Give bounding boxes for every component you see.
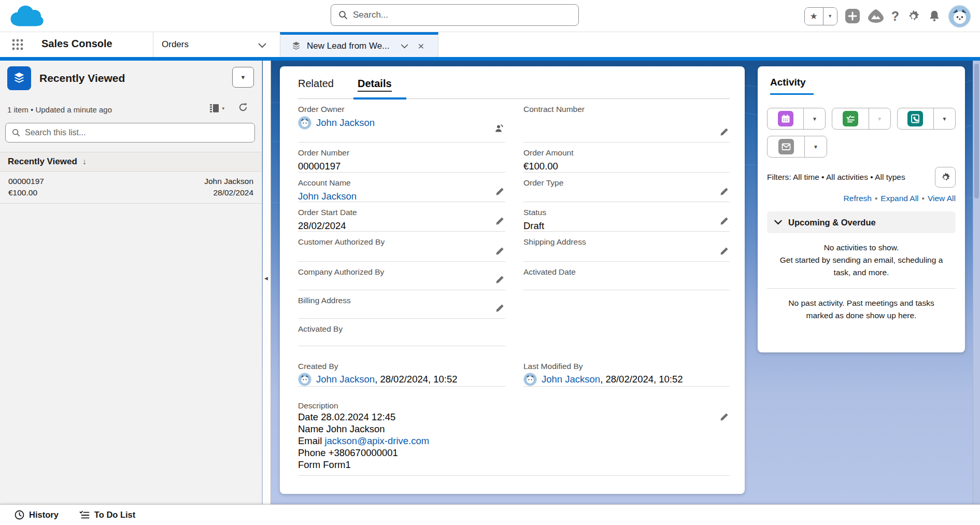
field-label: Status <box>523 207 730 218</box>
utility-bar: History To Do List <box>0 504 980 525</box>
list-section-header[interactable]: Recently Viewed ↓ <box>0 152 262 172</box>
tab-related[interactable]: Related <box>298 78 334 90</box>
global-search[interactable] <box>331 4 579 26</box>
refresh-link[interactable]: Refresh <box>844 194 872 203</box>
activity-links: Refresh•Expand All•View All <box>767 194 956 203</box>
system-info-section: Created By John Jackson , 28/02/2024, 10… <box>298 361 730 476</box>
field-shipping-address: Shipping Address <box>523 232 730 262</box>
favorites-dropdown-icon[interactable]: ▼ <box>823 8 837 25</box>
last-modified-by-link[interactable]: John Jackson <box>542 373 600 386</box>
email-button[interactable] <box>768 136 805 157</box>
created-by-link[interactable]: John Jackson <box>316 373 375 386</box>
edit-icon[interactable] <box>720 217 729 228</box>
order-owner-link[interactable]: John Jackson <box>316 116 375 130</box>
edit-icon[interactable] <box>495 304 504 315</box>
global-search-input[interactable] <box>353 10 550 20</box>
edit-icon[interactable] <box>720 247 729 258</box>
salesforce-logo-icon[interactable] <box>7 3 48 33</box>
field-status: Status Draft <box>523 202 730 232</box>
filters-summary[interactable]: Filters: All time • All activities • All… <box>767 173 905 182</box>
global-header: ★ ▼ ? <box>0 0 980 32</box>
item-order-number[interactable]: 00000197 <box>8 176 44 187</box>
edit-icon[interactable] <box>495 187 504 198</box>
utility-todo-list[interactable]: To Do List <box>79 510 135 520</box>
workspace-tab-new-lead[interactable]: New Lead from We... × <box>280 32 438 57</box>
field-label: Billing Address <box>298 295 505 306</box>
activity-title: Activity <box>770 77 806 88</box>
sort-descending-icon: ↓ <box>82 157 87 166</box>
new-event-button[interactable] <box>768 108 804 129</box>
nav-divider <box>153 32 153 57</box>
collapse-arrow-icon: ◀ <box>264 276 268 281</box>
list-search[interactable] <box>5 123 255 143</box>
page-scrollbar[interactable] <box>973 61 980 504</box>
app-launcher-icon[interactable] <box>11 38 24 53</box>
filters-gear-button[interactable] <box>935 167 956 188</box>
setup-gear-icon[interactable] <box>906 9 920 23</box>
item-date: 28/02/2024 <box>213 187 253 198</box>
log-call-dropdown-icon[interactable]: ▼ <box>934 108 955 129</box>
scrollbar-thumb[interactable] <box>974 64 979 198</box>
todo-list-icon <box>79 510 90 520</box>
brand-underline <box>0 57 980 61</box>
change-owner-icon[interactable] <box>494 123 504 136</box>
expand-all-link[interactable]: Expand All <box>880 194 918 203</box>
refresh-icon[interactable] <box>238 102 248 115</box>
list-view-dropdown-button[interactable]: ▼ <box>232 67 254 88</box>
notifications-bell-icon[interactable] <box>928 9 941 23</box>
phone-log-icon <box>907 111 923 126</box>
salesforce-console: ★ ▼ ? <box>0 0 980 525</box>
history-label: History <box>29 510 59 520</box>
orders-dropdown-chevron-icon[interactable] <box>258 41 266 50</box>
quick-create-icon[interactable] <box>845 8 860 24</box>
tab-close-icon[interactable]: × <box>418 40 424 51</box>
field-customer-authorized-by: Customer Authorized By <box>298 232 505 262</box>
help-icon[interactable]: ? <box>891 9 899 24</box>
list-item[interactable]: 00000197 John Jackson €100.00 28/02/2024 <box>0 172 262 204</box>
detail-column-right: Contract Number Order Amount €100.00 Ord… <box>523 99 730 290</box>
edit-icon[interactable] <box>495 247 504 258</box>
new-task-dropdown-icon: ▼ <box>869 108 890 129</box>
todo-list-label: To Do List <box>94 510 135 520</box>
email-link[interactable]: jackson@apix-drive.com <box>324 435 429 446</box>
edit-icon[interactable] <box>720 127 729 138</box>
account-name-link[interactable]: John Jackson <box>298 190 357 203</box>
description-line: Phone +380670000001 <box>298 447 730 459</box>
favorites-star-icon[interactable]: ★ <box>805 8 823 25</box>
new-task-button[interactable] <box>832 108 869 129</box>
user-avatar[interactable] <box>948 5 971 27</box>
display-as-icon[interactable]: ▾ <box>209 104 224 113</box>
edit-icon[interactable] <box>495 217 504 228</box>
field-activated-date: Activated Date <box>523 262 730 290</box>
upcoming-overdue-header[interactable]: Upcoming & Overdue <box>767 211 956 233</box>
field-order-start-date: Order Start Date 28/02/2024 <box>298 202 505 232</box>
layers-icon <box>291 41 302 51</box>
view-all-link[interactable]: View All <box>928 194 956 203</box>
record-detail-card: Related Details Order Owner John Jackson <box>280 66 745 494</box>
activity-divider <box>767 288 956 289</box>
field-label: Shipping Address <box>523 236 730 247</box>
field-order-amount: Order Amount €100.00 <box>523 143 730 173</box>
list-controls: ▾ <box>209 102 248 115</box>
tab-details[interactable]: Details <box>358 78 392 92</box>
activity-actions-row1: ▼ ▼ <box>767 108 956 130</box>
field-order-type: Order Type <box>523 173 730 202</box>
nav-tab-orders[interactable]: Orders <box>162 39 189 50</box>
record-tabs: Related Details <box>298 75 730 99</box>
email-dropdown-icon[interactable]: ▼ <box>805 136 827 157</box>
trailhead-icon[interactable] <box>868 9 884 23</box>
sidebar-collapse-handle[interactable]: ◀ <box>263 61 271 504</box>
display-as-caret-icon: ▾ <box>222 106 224 111</box>
clock-icon <box>15 510 24 520</box>
new-event-dropdown-icon[interactable]: ▼ <box>804 108 825 129</box>
edit-icon[interactable] <box>495 275 504 286</box>
list-search-input[interactable] <box>25 128 232 137</box>
log-a-call-button[interactable] <box>898 108 934 129</box>
description-line: Email jackson@apix-drive.com <box>298 435 730 447</box>
edit-icon[interactable] <box>720 413 729 423</box>
tab-dropdown-chevron-icon[interactable] <box>401 41 408 51</box>
utility-history[interactable]: History <box>15 510 59 520</box>
workspace-tab-label: New Lead from We... <box>307 41 389 51</box>
edit-icon[interactable] <box>720 187 729 198</box>
created-datetime: , 28/02/2024, 10:52 <box>375 373 457 386</box>
